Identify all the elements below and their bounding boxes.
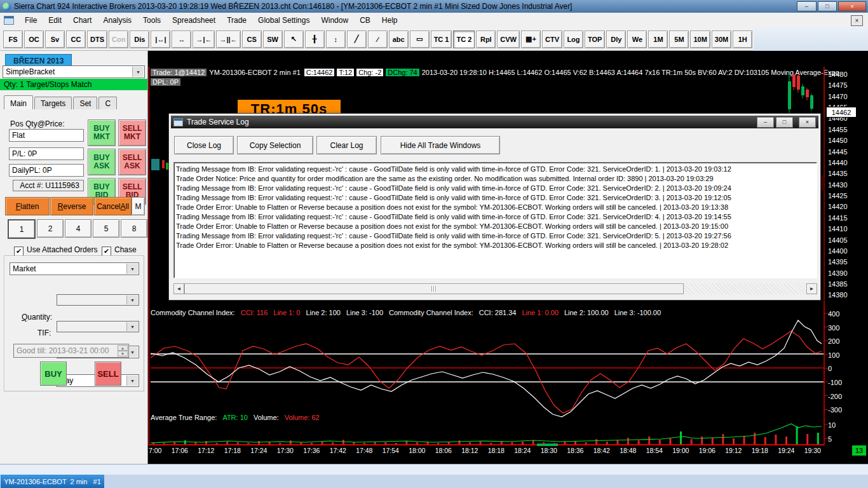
- toolbar-button[interactable]: Con: [109, 30, 128, 48]
- qty-presets: 12458: [8, 219, 147, 239]
- toolbar-button[interactable]: TOP: [585, 30, 605, 48]
- toolbar-button[interactable]: CS: [242, 30, 262, 48]
- rectangle-tool-icon[interactable]: ▭: [410, 30, 430, 48]
- flatten-button[interactable]: Flatten: [5, 197, 50, 215]
- toolbar-button[interactable]: 1H: [733, 30, 752, 48]
- order-button[interactable]: SELLMKT: [118, 119, 146, 146]
- chart-tab[interactable]: YM-201306-ECBOT 2 min #1: [1, 475, 104, 488]
- menu-item[interactable]: Chart: [67, 14, 97, 27]
- trade-window-icon[interactable]: ▦+: [521, 30, 541, 48]
- bar-spacing-increase-icon[interactable]: |↔|: [151, 30, 170, 48]
- log-line: Trading Message from IB: Error validatin…: [176, 184, 817, 193]
- dialog-minimize-button[interactable]: –: [757, 117, 774, 128]
- order-button[interactable]: BUYMKT: [88, 119, 116, 146]
- mdi-close-icon[interactable]: ×: [851, 15, 863, 26]
- menu-item[interactable]: Spreadsheet: [166, 14, 221, 27]
- toolbar-button[interactable]: TC 1: [431, 30, 452, 48]
- toolbar-button[interactable]: 5M: [669, 30, 689, 48]
- checkbox-check-icon: ✔: [14, 247, 24, 256]
- order-entry-group: Market ▼ ▼ ▼ Quantity: 1 ▼ TIF: Day ▼ Go…: [4, 255, 144, 391]
- close-log-button[interactable]: Close Log: [174, 136, 234, 154]
- qty-preset-button[interactable]: 5: [93, 219, 119, 238]
- menu-item[interactable]: Analysis: [97, 14, 137, 27]
- close-button[interactable]: ×: [838, 1, 866, 11]
- vertical-measure-icon[interactable]: ↕: [326, 30, 346, 48]
- reverse-button[interactable]: Reverse: [50, 197, 93, 215]
- clear-log-button[interactable]: Clear Log: [316, 136, 377, 154]
- toolbar-button[interactable]: OC: [24, 30, 44, 48]
- buy-button[interactable]: BUY: [40, 362, 67, 386]
- toolbar-button[interactable]: SW: [263, 30, 283, 48]
- trendline-icon[interactable]: ╱: [347, 30, 367, 48]
- chevron-down-icon[interactable]: ▼: [126, 264, 138, 274]
- cancel-all-button[interactable]: CancelAll: [94, 197, 132, 215]
- menu-item[interactable]: File: [19, 14, 43, 27]
- menu-item[interactable]: Global Settings: [252, 14, 315, 27]
- menu-item[interactable]: Window: [315, 14, 354, 27]
- position-field[interactable]: Flat: [9, 129, 84, 142]
- spinner-icons[interactable]: ▲▼: [118, 345, 128, 356]
- toolbar-button[interactable]: 10M: [690, 30, 710, 48]
- log-message-list[interactable]: Trading Message from IB: Error validatin…: [173, 162, 817, 278]
- toolbar-button[interactable]: 1M: [648, 30, 668, 48]
- ray-icon[interactable]: ∕: [368, 30, 388, 48]
- scroll-right-icon[interactable]: ►: [806, 283, 817, 294]
- panel-tab[interactable]: Set: [73, 97, 97, 109]
- m-button[interactable]: M: [132, 197, 145, 215]
- quantity-label: Quantity:: [22, 313, 52, 322]
- cci-scale-label: 0: [828, 364, 832, 373]
- toolbar-button[interactable]: Dis: [130, 30, 149, 48]
- order-button[interactable]: SELLASK: [118, 149, 146, 175]
- toolbar-button[interactable]: Dly: [606, 30, 626, 48]
- chase-checkbox[interactable]: ✔Chase: [102, 245, 137, 256]
- toolbar-button[interactable]: CC: [66, 30, 86, 48]
- dialog-maximize-button[interactable]: □: [776, 117, 793, 128]
- qty-preset-button[interactable]: 8: [121, 219, 147, 238]
- panel-tab[interactable]: Main: [4, 95, 33, 109]
- menu-item[interactable]: Tools: [137, 14, 166, 27]
- toolbar-button[interactable]: Sv: [45, 30, 65, 48]
- qty-preset-button[interactable]: 1: [8, 219, 36, 239]
- toolbar-button[interactable]: FS: [3, 30, 23, 48]
- dialog-close-button[interactable]: ×: [799, 117, 816, 128]
- toolbar-button[interactable]: Log: [564, 30, 583, 48]
- use-attached-orders-checkbox[interactable]: ✔Use Attached Orders: [14, 245, 97, 256]
- order-button[interactable]: BUYASK: [88, 149, 116, 175]
- menu-item[interactable]: CB: [354, 14, 376, 27]
- toolbar-button[interactable]: DTS: [87, 30, 107, 48]
- strategy-select[interactable]: SimpleBracket ▼: [3, 65, 145, 78]
- horizontal-scrollbar[interactable]: ◄ ►: [173, 283, 817, 294]
- dialog-title-bar[interactable]: Trade Service Log – □ ×: [171, 116, 818, 128]
- toolbar-button[interactable]: Rpl: [476, 30, 496, 48]
- toolbar-button[interactable]: TC 2: [453, 30, 475, 48]
- menu-item[interactable]: Help: [376, 14, 403, 27]
- menu-item[interactable]: Trade: [221, 14, 252, 27]
- toolbar-button[interactable]: 30M: [712, 30, 731, 48]
- time-label: 17:06: [172, 447, 188, 454]
- panel-tab[interactable]: C: [98, 97, 117, 109]
- order-type-select[interactable]: Market ▼: [10, 262, 139, 275]
- sell-button[interactable]: SELL: [95, 362, 121, 386]
- bar-compress2-icon[interactable]: →||←: [216, 30, 240, 48]
- menu-item[interactable]: Edit: [43, 14, 67, 27]
- chevron-down-icon[interactable]: ▼: [132, 67, 144, 77]
- hide-all-trade-windows-button[interactable]: Hide All Trade Windows: [381, 136, 500, 154]
- copy-selection-button[interactable]: Copy Selection: [237, 136, 313, 154]
- panel-tab[interactable]: Targets: [34, 97, 72, 109]
- bar-compress-icon[interactable]: →|←: [193, 30, 215, 48]
- toolbar-button[interactable]: abc: [389, 30, 409, 48]
- qty-preset-button[interactable]: 2: [37, 219, 64, 238]
- chevron-down-icon[interactable]: ▼: [126, 376, 138, 386]
- toolbar-button[interactable]: CVW: [497, 30, 520, 48]
- crosshair-icon[interactable]: ╂: [305, 30, 325, 48]
- minimize-button[interactable]: –: [797, 1, 817, 11]
- scroll-left-icon[interactable]: ◄: [173, 283, 184, 294]
- toolbar-button[interactable]: CTV: [542, 30, 562, 48]
- toolbar-button[interactable]: We: [627, 30, 647, 48]
- scrollbar-thumb[interactable]: [184, 283, 684, 294]
- maximize-button[interactable]: □: [818, 1, 837, 11]
- qty-preset-button[interactable]: 4: [65, 219, 92, 238]
- pointer-icon[interactable]: ↖: [284, 30, 304, 48]
- time-axis[interactable]: 7:0017:0617:1217:1817:2417:3017:3617:421…: [149, 447, 821, 454]
- bar-spacing-icon[interactable]: ↔: [172, 30, 191, 48]
